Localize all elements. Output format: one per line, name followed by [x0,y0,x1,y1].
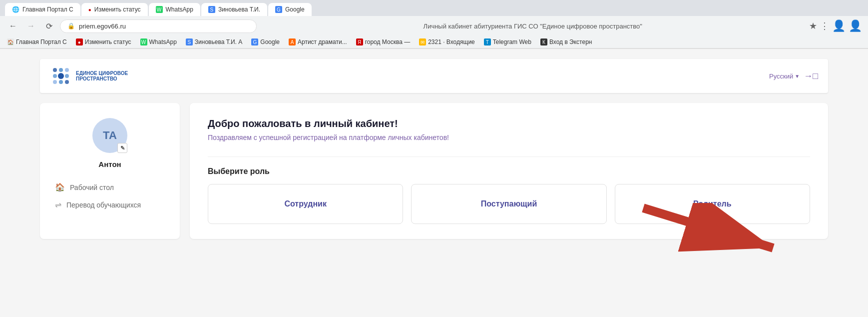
svg-point-7 [53,80,57,84]
edit-icon: ✎ [120,145,125,152]
tab-bar: 🌐 Главная Портал С ● Изменить статус W W… [0,0,868,16]
bookmark-google[interactable]: G Google [249,38,282,46]
header-right: Русский ▼ →□ [769,71,818,82]
tab-whatsapp[interactable]: W WhatsApp [149,3,200,16]
bookmark-label-whatsapp: WhatsApp [149,38,177,46]
bookmark-star-icon[interactable]: ★ [809,20,817,32]
role-card-label-sotrudnik: Сотрудник [284,200,327,208]
bookmark-icon-mail: ✉ [419,38,426,46]
bookmark-icon-status: ● [76,38,83,46]
sidebar: ТА ✎ Антон 🏠 Рабочий стол ⇌ Перевод обуч… [40,103,180,239]
bookmark-icon-telegram: T [484,38,491,46]
language-selector[interactable]: Русский ▼ [769,72,800,80]
bookmark-icon-moscow: Я [356,38,363,46]
tab-2[interactable]: ● Изменить статус [81,3,148,16]
tab-4[interactable]: S Зиновьева Т.И. [201,3,267,16]
logo-area: ЕДИНОЕ ЦИФРОВОЕ ПРОСТРАНСТВО [50,65,128,87]
url-text: priem.egov66.ru [79,22,249,30]
logout-button[interactable]: →□ [804,71,818,82]
back-button[interactable]: ← [6,19,20,33]
page-title-text: Личный кабинет абитуриента ГИС СО "Едино… [424,22,642,30]
bookmark-mail[interactable]: ✉ 2321 · Входящие [417,38,477,46]
logo-svg [50,65,72,87]
role-cards: Сотрудник Поступающий Родитель [208,184,810,224]
logo-line2: ПРОСТРАНСТВО [76,76,128,82]
bookmark-extern[interactable]: К Вход в Экстерн [538,38,594,46]
bookmark-label-moscow: город Москва — [365,38,411,46]
bookmark-label-status: Изменить статус [85,38,131,46]
tab-5[interactable]: G Google [268,3,312,16]
browser-chrome: 🌐 Главная Портал С ● Изменить статус W W… [0,0,868,49]
role-card-label-roditel: Родитель [693,200,732,208]
role-card-label-postupayuschiy: Поступающий [481,200,537,208]
bookmark-label-telegram: Telegram Web [493,38,531,46]
forward-button[interactable]: → [24,19,38,33]
tab-active[interactable]: 🌐 Главная Портал С [5,3,80,16]
bookmark-icon-google: G [251,38,258,46]
profile-icon[interactable]: 👤 [832,20,846,32]
whatsapp-favicon: W [156,6,163,13]
bookmark-whatsapp[interactable]: W WhatsApp [138,38,179,46]
role-card-postupayuschiy[interactable]: Поступающий [411,184,606,224]
bookmark-artist[interactable]: А Артист драмати... [287,38,349,46]
bookmark-label-home: Главная Портал С [16,38,67,46]
avatar-edit-button[interactable]: ✎ [117,143,127,153]
tab-favicon-5: G [275,6,282,13]
reload-button[interactable]: ⟳ [42,19,56,33]
role-card-sotrudnik[interactable]: Сотрудник [208,184,403,224]
bookmark-telegram[interactable]: T Telegram Web [482,38,533,46]
svg-point-3 [65,68,69,72]
home-icon: 🏠 [55,182,65,192]
divider [208,156,810,157]
role-card-roditel[interactable]: Родитель [615,184,810,224]
avatar-initials: ТА [103,129,117,142]
tab-favicon-2: ● [88,7,91,12]
lock-icon: 🔒 [67,22,75,30]
menu-icon[interactable]: ⋮ [820,20,829,32]
bookmark-icon-extern: К [540,38,547,46]
bookmark-label-mail: 2321 · Входящие [428,38,475,46]
svg-point-8 [59,80,63,84]
content-area: ТА ✎ Антон 🏠 Рабочий стол ⇌ Перевод обуч… [40,103,828,239]
welcome-title: Добро пожаловать в личный кабинет! [208,118,810,130]
bookmark-label-zinov: Зиновьева Т.И. А [195,38,242,46]
page-title-bar: Личный кабинет абитуриента ГИС СО "Едино… [261,22,806,30]
logo-line1: ЕДИНОЕ ЦИФРОВОЕ [76,70,128,76]
bookmark-glavnaya[interactable]: 🏠 Главная Портал С [5,38,69,46]
bookmark-icon-artist: А [289,38,296,46]
address-bar[interactable]: 🔒 priem.egov66.ru [60,20,257,33]
bookmark-icon-home: 🏠 [7,38,14,46]
svg-point-2 [59,68,63,72]
welcome-subtitle: Поздравляем с успешной регистрацией на п… [208,134,810,142]
bookmark-zinov[interactable]: S Зиновьева Т.И. А [184,38,244,46]
user-name: Антон [98,160,121,168]
tab-favicon-4: S [208,6,215,13]
tab-label-whatsapp: WhatsApp [166,6,193,13]
sidebar-item-desktop[interactable]: 🏠 Рабочий стол [50,178,170,196]
avatar: ТА ✎ [92,118,127,153]
main-content-panel: Добро пожаловать в личный кабинет! Поздр… [190,103,828,239]
tab-label-4: Зиновьева Т.И. [218,6,260,13]
svg-point-5 [58,73,64,79]
profile2-icon[interactable]: 👤 [849,20,862,32]
sidebar-nav: 🏠 Рабочий стол ⇌ Перевод обучающихся [50,178,170,214]
bookmark-label-extern: Вход в Экстерн [549,38,592,46]
svg-point-4 [53,74,57,78]
sidebar-item-label-transfer: Перевод обучающихся [66,201,141,209]
logo-text: ЕДИНОЕ ЦИФРОВОЕ ПРОСТРАНСТВО [76,70,128,82]
browser-actions: ★ ⋮ 👤 👤 [809,20,862,32]
bookmarks-bar: 🏠 Главная Портал С ● Изменить статус W W… [0,36,868,48]
tab-favicon: 🌐 [12,6,19,13]
svg-point-1 [53,68,57,72]
transfer-icon: ⇌ [55,200,61,210]
tab-label: Главная Портал С [22,6,73,13]
bookmark-izm-status[interactable]: ● Изменить статус [74,38,133,46]
svg-point-9 [65,80,69,84]
sidebar-item-transfer[interactable]: ⇌ Перевод обучающихся [50,196,170,214]
bookmark-label-google: Google [260,38,280,46]
tab-label-5: Google [285,6,305,13]
bookmark-moscow[interactable]: Я город Москва — [354,38,413,46]
chevron-down-icon: ▼ [795,74,800,79]
browser-controls: ← → ⟳ 🔒 priem.egov66.ru Личный кабинет а… [0,16,868,36]
site-header: ЕДИНОЕ ЦИФРОВОЕ ПРОСТРАНСТВО Русский ▼ →… [40,59,828,93]
